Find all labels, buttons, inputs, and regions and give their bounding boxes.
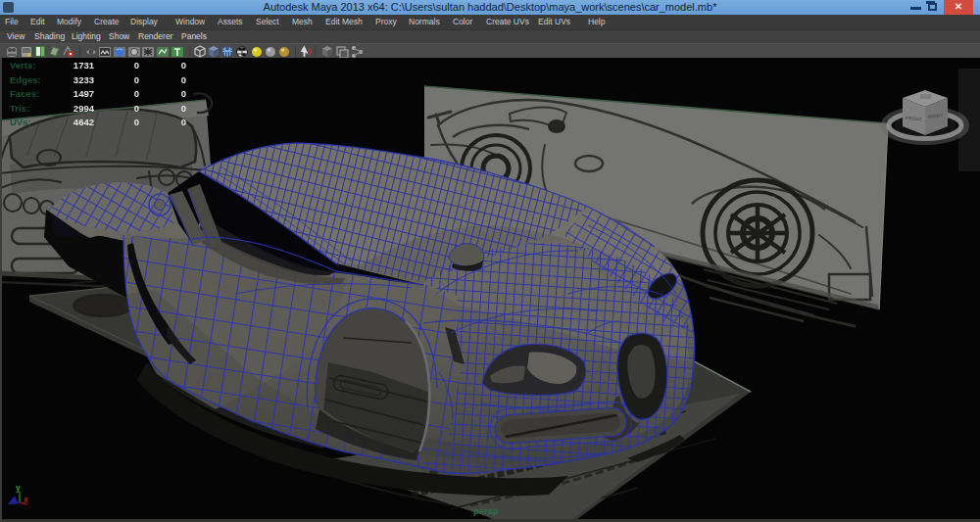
svg-text:0: 0 (134, 74, 139, 85)
svg-text:0: 0 (181, 60, 186, 71)
svg-text:0: 0 (181, 74, 186, 85)
svg-text:Verts:: Verts: (10, 60, 35, 71)
svg-text:0: 0 (181, 88, 186, 99)
svg-text:Edges:: Edges: (10, 74, 41, 85)
svg-text:x: x (24, 495, 28, 504)
svg-text:1731: 1731 (74, 60, 95, 71)
svg-text:0: 0 (181, 117, 186, 127)
svg-text:0: 0 (134, 117, 139, 127)
svg-text:persp: persp (473, 505, 499, 516)
svg-text:Tris:: Tris: (10, 103, 29, 114)
svg-text:0: 0 (134, 60, 139, 71)
svg-text:2994: 2994 (74, 103, 95, 114)
svg-text:y: y (16, 483, 21, 493)
svg-text:UVs:: UVs: (10, 117, 31, 127)
svg-text:0: 0 (181, 103, 186, 114)
svg-text:3233: 3233 (74, 74, 94, 85)
svg-text:4642: 4642 (74, 117, 94, 127)
svg-text:1497: 1497 (74, 88, 94, 99)
svg-text:Faces:: Faces: (10, 88, 39, 99)
svg-text:0: 0 (134, 88, 139, 99)
svg-text:0: 0 (134, 103, 139, 114)
